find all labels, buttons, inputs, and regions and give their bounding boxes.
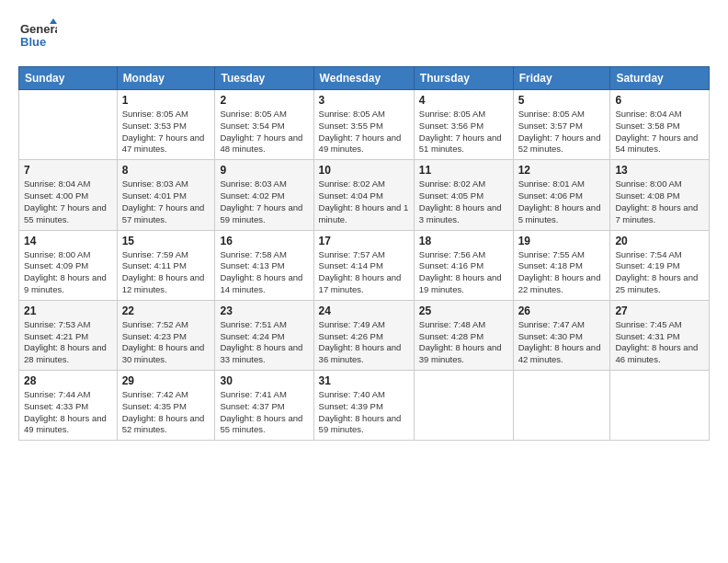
calendar-cell: 30Sunrise: 7:41 AMSunset: 4:37 PMDayligh… bbox=[215, 371, 313, 441]
day-number: 18 bbox=[419, 235, 508, 247]
calendar-cell: 24Sunrise: 7:49 AMSunset: 4:26 PMDayligh… bbox=[313, 300, 414, 370]
calendar-cell: 25Sunrise: 7:48 AMSunset: 4:28 PMDayligh… bbox=[414, 300, 513, 370]
day-info: Sunrise: 8:02 AMSunset: 4:05 PMDaylight:… bbox=[419, 178, 508, 225]
calendar-cell bbox=[610, 371, 710, 441]
day-info: Sunrise: 7:55 AMSunset: 4:18 PMDaylight:… bbox=[518, 249, 606, 296]
day-info: Sunrise: 8:05 AMSunset: 3:56 PMDaylight:… bbox=[419, 109, 508, 155]
day-number: 31 bbox=[319, 374, 409, 387]
calendar-cell: 26Sunrise: 7:47 AMSunset: 4:30 PMDayligh… bbox=[513, 300, 610, 370]
day-header-thursday: Thursday bbox=[414, 67, 513, 90]
day-info: Sunrise: 7:51 AMSunset: 4:24 PMDaylight:… bbox=[220, 319, 308, 366]
day-header-tuesday: Tuesday bbox=[215, 67, 313, 90]
day-number: 10 bbox=[319, 164, 409, 177]
day-info: Sunrise: 8:05 AMSunset: 3:55 PMDaylight:… bbox=[319, 109, 409, 155]
day-info: Sunrise: 8:04 AMSunset: 3:58 PMDaylight:… bbox=[615, 109, 704, 155]
week-row-4: 21Sunrise: 7:53 AMSunset: 4:21 PMDayligh… bbox=[19, 300, 710, 370]
svg-text:General: General bbox=[20, 22, 57, 36]
day-info: Sunrise: 7:52 AMSunset: 4:23 PMDaylight:… bbox=[122, 319, 210, 366]
day-number: 30 bbox=[220, 374, 308, 387]
week-row-1: 1Sunrise: 8:05 AMSunset: 3:53 PMDaylight… bbox=[19, 90, 710, 160]
day-number: 29 bbox=[122, 374, 210, 387]
day-info: Sunrise: 7:40 AMSunset: 4:39 PMDaylight:… bbox=[319, 389, 409, 436]
calendar-cell: 19Sunrise: 7:55 AMSunset: 4:18 PMDayligh… bbox=[513, 230, 610, 300]
day-info: Sunrise: 7:41 AMSunset: 4:37 PMDaylight:… bbox=[220, 389, 308, 436]
day-number: 8 bbox=[122, 164, 210, 177]
day-number: 20 bbox=[615, 235, 704, 247]
calendar-cell: 17Sunrise: 7:57 AMSunset: 4:14 PMDayligh… bbox=[313, 230, 414, 300]
calendar-cell: 18Sunrise: 7:56 AMSunset: 4:16 PMDayligh… bbox=[414, 230, 513, 300]
calendar-cell: 4Sunrise: 8:05 AMSunset: 3:56 PMDaylight… bbox=[414, 90, 513, 160]
day-info: Sunrise: 7:57 AMSunset: 4:14 PMDaylight:… bbox=[319, 249, 409, 296]
calendar-cell bbox=[19, 90, 118, 160]
page: General Blue SundayMondayTuesdayWednesda… bbox=[0, 0, 728, 563]
day-number: 17 bbox=[319, 235, 409, 247]
day-number: 22 bbox=[122, 304, 210, 317]
day-info: Sunrise: 7:45 AMSunset: 4:31 PMDaylight:… bbox=[615, 319, 704, 366]
day-number: 6 bbox=[615, 94, 704, 107]
calendar-cell: 5Sunrise: 8:05 AMSunset: 3:57 PMDaylight… bbox=[513, 90, 610, 160]
day-info: Sunrise: 8:01 AMSunset: 4:06 PMDaylight:… bbox=[518, 178, 606, 225]
day-info: Sunrise: 8:00 AMSunset: 4:09 PMDaylight:… bbox=[24, 249, 112, 296]
day-number: 5 bbox=[518, 94, 606, 107]
calendar-cell: 28Sunrise: 7:44 AMSunset: 4:33 PMDayligh… bbox=[19, 371, 118, 441]
day-info: Sunrise: 7:44 AMSunset: 4:33 PMDaylight:… bbox=[24, 389, 112, 436]
day-info: Sunrise: 7:54 AMSunset: 4:19 PMDaylight:… bbox=[615, 249, 704, 296]
day-header-wednesday: Wednesday bbox=[313, 67, 414, 90]
calendar-cell: 27Sunrise: 7:45 AMSunset: 4:31 PMDayligh… bbox=[610, 300, 710, 370]
svg-marker-2 bbox=[50, 18, 57, 24]
day-info: Sunrise: 7:42 AMSunset: 4:35 PMDaylight:… bbox=[122, 389, 210, 436]
day-info: Sunrise: 8:04 AMSunset: 4:00 PMDaylight:… bbox=[24, 178, 112, 225]
svg-text:Blue: Blue bbox=[20, 35, 46, 49]
calendar-cell: 2Sunrise: 8:05 AMSunset: 3:54 PMDaylight… bbox=[215, 90, 313, 160]
day-number: 15 bbox=[122, 235, 210, 247]
calendar-cell: 11Sunrise: 8:02 AMSunset: 4:05 PMDayligh… bbox=[414, 160, 513, 230]
day-info: Sunrise: 7:49 AMSunset: 4:26 PMDaylight:… bbox=[319, 319, 409, 366]
day-header-monday: Monday bbox=[117, 67, 215, 90]
day-number: 25 bbox=[419, 304, 508, 317]
day-info: Sunrise: 8:00 AMSunset: 4:08 PMDaylight:… bbox=[615, 178, 704, 225]
calendar-cell: 12Sunrise: 8:01 AMSunset: 4:06 PMDayligh… bbox=[513, 160, 610, 230]
day-number: 16 bbox=[220, 235, 308, 247]
logo-area: General Blue bbox=[18, 17, 57, 59]
calendar-cell: 29Sunrise: 7:42 AMSunset: 4:35 PMDayligh… bbox=[117, 371, 215, 441]
day-number: 12 bbox=[518, 164, 606, 177]
calendar-cell: 9Sunrise: 8:03 AMSunset: 4:02 PMDaylight… bbox=[215, 160, 313, 230]
day-number: 2 bbox=[220, 94, 308, 107]
day-info: Sunrise: 7:58 AMSunset: 4:13 PMDaylight:… bbox=[220, 249, 308, 296]
day-info: Sunrise: 8:03 AMSunset: 4:02 PMDaylight:… bbox=[220, 178, 308, 225]
day-info: Sunrise: 7:56 AMSunset: 4:16 PMDaylight:… bbox=[419, 249, 508, 296]
day-number: 19 bbox=[518, 235, 606, 247]
calendar-cell: 10Sunrise: 8:02 AMSunset: 4:04 PMDayligh… bbox=[313, 160, 414, 230]
logo: General Blue bbox=[18, 17, 57, 59]
calendar-cell bbox=[513, 371, 610, 441]
day-number: 14 bbox=[24, 235, 112, 247]
day-number: 1 bbox=[122, 94, 210, 107]
day-number: 9 bbox=[220, 164, 308, 177]
day-number: 13 bbox=[615, 164, 704, 177]
day-number: 7 bbox=[24, 164, 112, 177]
day-number: 23 bbox=[220, 304, 308, 317]
day-info: Sunrise: 8:02 AMSunset: 4:04 PMDaylight:… bbox=[319, 178, 409, 225]
calendar-cell: 1Sunrise: 8:05 AMSunset: 3:53 PMDaylight… bbox=[117, 90, 215, 160]
day-header-saturday: Saturday bbox=[610, 67, 710, 90]
day-info: Sunrise: 8:05 AMSunset: 3:53 PMDaylight:… bbox=[122, 109, 210, 155]
day-info: Sunrise: 8:05 AMSunset: 3:54 PMDaylight:… bbox=[220, 109, 308, 155]
day-number: 26 bbox=[518, 304, 606, 317]
header: General Blue bbox=[18, 17, 710, 59]
day-number: 21 bbox=[24, 304, 112, 317]
day-number: 27 bbox=[615, 304, 704, 317]
calendar-cell: 3Sunrise: 8:05 AMSunset: 3:55 PMDaylight… bbox=[313, 90, 414, 160]
calendar-cell: 15Sunrise: 7:59 AMSunset: 4:11 PMDayligh… bbox=[117, 230, 215, 300]
calendar-cell: 16Sunrise: 7:58 AMSunset: 4:13 PMDayligh… bbox=[215, 230, 313, 300]
day-number: 4 bbox=[419, 94, 508, 107]
calendar-cell: 20Sunrise: 7:54 AMSunset: 4:19 PMDayligh… bbox=[610, 230, 710, 300]
calendar-cell: 23Sunrise: 7:51 AMSunset: 4:24 PMDayligh… bbox=[215, 300, 313, 370]
calendar-table: SundayMondayTuesdayWednesdayThursdayFrid… bbox=[18, 66, 710, 441]
calendar-cell: 7Sunrise: 8:04 AMSunset: 4:00 PMDaylight… bbox=[19, 160, 118, 230]
day-number: 3 bbox=[319, 94, 409, 107]
day-number: 11 bbox=[419, 164, 508, 177]
day-header-sunday: Sunday bbox=[19, 67, 118, 90]
calendar-cell: 14Sunrise: 8:00 AMSunset: 4:09 PMDayligh… bbox=[19, 230, 118, 300]
week-row-2: 7Sunrise: 8:04 AMSunset: 4:00 PMDaylight… bbox=[19, 160, 710, 230]
calendar-cell: 6Sunrise: 8:04 AMSunset: 3:58 PMDaylight… bbox=[610, 90, 710, 160]
